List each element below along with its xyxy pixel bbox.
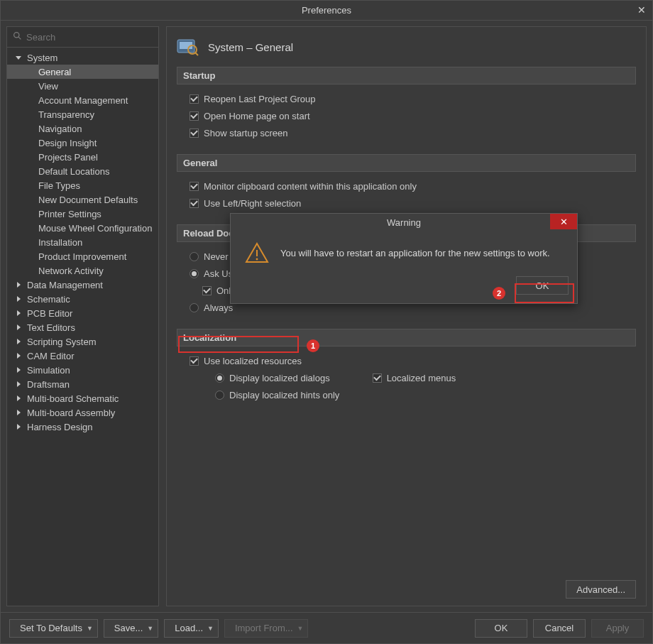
tree-item[interactable]: New Document Defaults [7, 192, 158, 207]
radio-icon [190, 269, 199, 278]
tree-item-label: Printer Settings [38, 209, 101, 219]
caret-down-icon: ▼ [147, 625, 153, 632]
set-defaults-button[interactable]: Set To Defaults▼ [9, 619, 98, 638]
footer: Set To Defaults▼ Save...▼ Load...▼ Impor… [1, 612, 652, 643]
tree-item[interactable]: System [7, 50, 158, 65]
tree-item-label: File Types [38, 180, 80, 191]
opt-left-right[interactable]: Use Left/Right selection [190, 195, 632, 212]
tree-item-label: Default Locations [38, 166, 109, 177]
tree-item[interactable]: Projects Panel [7, 150, 158, 164]
tree-item-label: Draftsman [27, 379, 70, 390]
chevron-right-icon [14, 366, 23, 374]
dialog-title: Warning [387, 217, 421, 228]
opt-loc-menus[interactable]: Localized menus [373, 369, 456, 386]
tree-item[interactable]: Multi-board Assembly [7, 405, 158, 420]
tree-item-label: PCB Editor [27, 308, 72, 319]
close-icon[interactable]: ✕ [635, 4, 648, 16]
section-general-header: General [177, 154, 636, 172]
tree-item[interactable]: PCB Editor [7, 306, 158, 320]
tree-item-label: Schematic [27, 294, 70, 305]
chevron-right-icon [14, 323, 23, 332]
tree-item-label: Product Improvement [38, 251, 126, 262]
tree-item[interactable]: File Types [7, 178, 158, 192]
import-from-button[interactable]: Import From...▼ [224, 619, 309, 638]
tree-item[interactable]: Default Locations [7, 164, 158, 178]
checkbox-icon [190, 182, 199, 191]
load-button[interactable]: Load...▼ [164, 619, 219, 638]
tree-item[interactable]: Navigation [7, 121, 158, 136]
tree-item-label: Installation [38, 237, 82, 248]
checkbox-icon [202, 286, 212, 295]
dialog-ok-button[interactable]: OK [516, 276, 569, 295]
save-button[interactable]: Save...▼ [104, 619, 158, 638]
checkbox-icon [190, 356, 199, 366]
svg-marker-2 [16, 56, 21, 60]
cancel-button[interactable]: Cancel [533, 619, 586, 638]
page-icon [177, 37, 199, 57]
tree-item[interactable]: Schematic [7, 292, 158, 306]
advanced-button[interactable]: Advanced... [566, 580, 636, 599]
dialog-close-button[interactable]: ✕ [550, 214, 577, 229]
tree-item-label: Multi-board Schematic [27, 393, 119, 404]
svg-marker-6 [17, 324, 21, 330]
search-box[interactable] [7, 27, 158, 48]
chevron-right-icon [14, 422, 23, 431]
checkbox-icon [190, 94, 199, 104]
tree-item[interactable]: Transparency [7, 107, 158, 121]
tree-item-label: Data Management [27, 280, 103, 290]
tree-item[interactable]: View [7, 79, 158, 93]
chevron-right-icon [14, 351, 23, 360]
tree-item[interactable]: Simulation [7, 363, 158, 377]
opt-reopen-last[interactable]: Reopen Last Project Group [190, 90, 632, 107]
checkbox-icon [190, 111, 199, 121]
svg-marker-13 [17, 424, 21, 430]
opt-loc-hints[interactable]: Display localized hints only [190, 386, 632, 403]
sidebar: SystemGeneralViewAccount ManagementTrans… [6, 26, 159, 606]
tree-item[interactable]: Installation [7, 235, 158, 249]
svg-marker-9 [17, 367, 21, 373]
radio-icon [215, 373, 224, 383]
tree-item[interactable]: Mouse Wheel Configuration [7, 221, 158, 235]
tree-item[interactable]: Product Improvement [7, 249, 158, 263]
tree-item[interactable]: General [7, 65, 158, 79]
chevron-right-icon [14, 309, 23, 317]
search-input[interactable] [26, 32, 153, 43]
tree-item[interactable]: Multi-board Schematic [7, 391, 158, 405]
tree-item[interactable]: Draftsman [7, 377, 158, 391]
svg-marker-4 [17, 296, 21, 302]
tree-item[interactable]: Account Management [7, 93, 158, 107]
chevron-right-icon [14, 408, 23, 417]
svg-marker-11 [17, 395, 21, 401]
tree-item-label: Scripting System [27, 337, 97, 347]
page-title: System – General [208, 41, 293, 53]
tree-item-label: Navigation [38, 124, 82, 134]
tree-item[interactable]: Design Insight [7, 136, 158, 150]
svg-marker-3 [17, 282, 21, 288]
opt-use-localized[interactable]: Use localized resources [190, 352, 632, 369]
caret-down-icon: ▼ [297, 625, 304, 632]
radio-icon [190, 252, 199, 261]
opt-loc-dialogs[interactable]: Display localized dialogs [215, 369, 330, 386]
tree-item-label: General [38, 67, 71, 77]
ok-button[interactable]: OK [475, 619, 527, 638]
tree-item[interactable]: Harness Design [7, 420, 158, 434]
chevron-right-icon [14, 295, 23, 303]
tree-item[interactable]: Data Management [7, 278, 158, 292]
opt-show-splash[interactable]: Show startup screen [190, 124, 632, 141]
tree-item[interactable]: Scripting System [7, 334, 158, 349]
chevron-right-icon [14, 380, 23, 388]
apply-button[interactable]: Apply [591, 619, 644, 638]
tree-item[interactable]: Network Activity [7, 263, 158, 278]
opt-clipboard[interactable]: Monitor clipboard content within this ap… [190, 178, 632, 195]
svg-point-0 [14, 33, 19, 38]
tree-item-label: Text Editors [27, 322, 75, 333]
chevron-right-icon [14, 337, 23, 346]
tree-item-label: Harness Design [27, 422, 93, 432]
nav-tree: SystemGeneralViewAccount ManagementTrans… [7, 48, 158, 606]
tree-item[interactable]: Text Editors [7, 320, 158, 334]
opt-open-home[interactable]: Open Home page on start [190, 107, 632, 124]
svg-marker-5 [17, 310, 21, 316]
tree-item[interactable]: Printer Settings [7, 207, 158, 221]
tree-item[interactable]: CAM Editor [7, 349, 158, 363]
svg-point-20 [256, 258, 258, 261]
